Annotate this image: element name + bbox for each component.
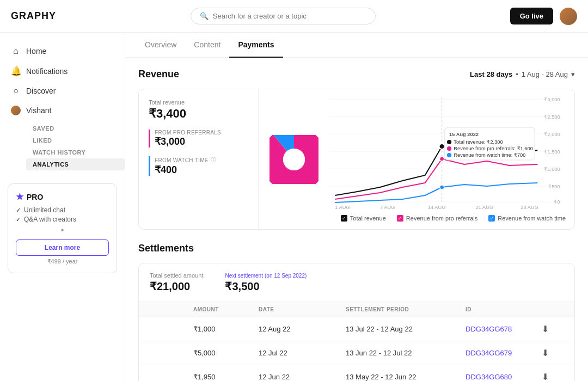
td-date-0: 12 Aug 22 (259, 325, 346, 333)
th-action (542, 306, 564, 312)
home-icon: ⌂ (11, 46, 21, 56)
svg-text:7 AUG: 7 AUG (380, 205, 395, 209)
user-icon (11, 106, 21, 115)
sidebar-item-notifications-label: Notifications (26, 67, 68, 76)
td-period-1: 13 Jun 22 - 12 Jul 22 (346, 349, 465, 357)
top-right: Go live (510, 8, 577, 25)
svg-text:₹2,500: ₹2,500 (544, 114, 560, 120)
revenue-title: Revenue (138, 69, 179, 80)
sidebar: ⌂ Home 🔔 Notifications ○ Discover Vishan… (0, 33, 125, 381)
tab-overview[interactable]: Overview (136, 33, 185, 58)
next-settlement-block: Next settlement (on 12 Sep 2022) ₹3,500 (225, 272, 307, 293)
tab-content[interactable]: Content (185, 33, 229, 58)
legend-watchtime[interactable]: ✓ Revenue from watch time (488, 215, 566, 222)
go-live-button[interactable]: Go live (510, 8, 553, 24)
settlements-title: Settlements (138, 243, 575, 254)
revenue-chart: ₹3,000 ₹2,500 ₹2,000 ₹1,500 ₹1,000 ₹500 … (329, 95, 566, 209)
app-logo: GRAPHY (11, 10, 56, 22)
sidebar-item-discover-label: Discover (26, 87, 56, 95)
table-row: ₹1,000 12 Aug 22 13 Jul 22 - 12 Aug 22 D… (139, 317, 574, 341)
td-date-2: 12 Jun 22 (259, 373, 346, 381)
search-bar[interactable]: 🔍 (191, 8, 376, 24)
total-revenue-block: Total revenue ₹3,400 (149, 99, 248, 121)
td-period-2: 13 May 22 - 12 Jun 22 (346, 373, 465, 381)
settlements-top: Total settled amount ₹21,000 Next settle… (139, 263, 574, 302)
table-row: ₹5,000 12 Jul 22 13 Jun 22 - 12 Jul 22 D… (139, 341, 574, 365)
learn-more-button[interactable]: Learn more (16, 239, 109, 256)
td-id-2: DDG34GG680 (465, 373, 542, 381)
th-period: SETTLEMENT PERIOD (346, 306, 465, 312)
total-settled-block: Total settled amount ₹21,000 (150, 272, 203, 293)
legend-checkbox-referrals: ✓ (397, 215, 403, 222)
svg-text:28 AUG: 28 AUG (520, 205, 538, 209)
td-date-1: 12 Jul 22 (259, 349, 346, 357)
sidebar-item-vishant[interactable]: Vishant (0, 101, 125, 120)
tab-payments[interactable]: Payments (229, 33, 283, 58)
check-icon-2: ✓ (16, 216, 21, 223)
th-amount: AMOUNT (193, 306, 259, 312)
sidebar-item-home-label: Home (26, 47, 46, 56)
svg-point-2 (283, 149, 305, 170)
watch-time-label: FROM WATCH TIME ⓘ (155, 156, 248, 164)
search-icon: 🔍 (200, 12, 209, 20)
revenue-section-header: Revenue Last 28 days • 1 Aug - 28 Aug ▾ (138, 69, 575, 80)
sidebar-sub-saved[interactable]: SAVED (26, 122, 125, 134)
svg-text:Revenue from pro referrals: ₹1: Revenue from pro referrals: ₹1,600 (454, 146, 533, 151)
legend-checkbox-watchtime: ✓ (488, 215, 495, 222)
search-input[interactable] (213, 12, 366, 20)
date-range-separator: • (516, 70, 518, 78)
content-inner: Revenue Last 28 days • 1 Aug - 28 Aug ▾ … (125, 58, 588, 381)
th-id: ID (465, 306, 542, 312)
total-revenue-label: Total revenue (149, 99, 248, 106)
chart-wrapper: ₹3,000 ₹2,500 ₹2,000 ₹1,500 ₹1,000 ₹500 … (329, 89, 574, 229)
settlements-table-body: ₹1,000 12 Aug 22 13 Jul 22 - 12 Aug 22 D… (139, 317, 574, 381)
svg-text:₹2,000: ₹2,000 (544, 132, 560, 137)
chart-dot-total (439, 144, 445, 149)
watch-time-block: FROM WATCH TIME ⓘ ₹400 (149, 156, 248, 176)
chart-dot-referrals (440, 157, 444, 161)
svg-text:₹1,500: ₹1,500 (544, 149, 560, 155)
date-range-selector[interactable]: Last 28 days • 1 Aug - 28 Aug ▾ (470, 70, 575, 78)
td-amount-0: ₹1,000 (193, 325, 259, 333)
tabs: Overview Content Payments (125, 33, 588, 58)
pro-feature-chat: ✓ Unlimited chat (16, 206, 109, 214)
pro-dot: • (16, 225, 109, 235)
total-settled-label: Total settled amount (150, 272, 203, 279)
sidebar-item-discover[interactable]: ○ Discover (0, 81, 125, 101)
table-header: AMOUNT DATE SETTLEMENT PERIOD ID (139, 302, 574, 317)
pro-feature-qa: ✓ Q&A with creators (16, 216, 109, 223)
svg-point-25 (447, 140, 451, 144)
check-icon: ✓ (16, 207, 21, 214)
pro-referrals-label: FROM PRO REFERRALS (155, 130, 248, 136)
svg-text:₹500: ₹500 (548, 184, 560, 189)
discover-icon: ○ (11, 86, 21, 96)
chevron-down-icon: ▾ (571, 70, 575, 78)
legend-referrals-label: Revenue from pro referrals (406, 215, 477, 222)
legend-watchtime-label: Revenue from watch time (498, 215, 566, 222)
sidebar-sub-analytics[interactable]: ANALYTICS (26, 158, 125, 170)
content-area: Overview Content Payments Revenue Last 2… (125, 33, 588, 381)
avatar[interactable] (560, 8, 577, 25)
revenue-card: Total revenue ₹3,400 FROM PRO REFERRALS … (138, 89, 575, 230)
pie-chart-wrapper (259, 89, 329, 229)
legend-checkbox-total: ✓ (341, 215, 347, 222)
download-button-0[interactable]: ⬇ (542, 324, 564, 334)
svg-text:₹0: ₹0 (554, 199, 560, 205)
sidebar-sub-watch-history[interactable]: WATCH HISTORY (26, 146, 125, 158)
sidebar-sub-menu: SAVED LIKED WATCH HISTORY ANALYTICS (0, 120, 125, 173)
sidebar-item-notifications[interactable]: 🔔 Notifications (0, 61, 125, 81)
sidebar-sub-liked[interactable]: LIKED (26, 134, 125, 146)
pie-chart (270, 135, 318, 184)
info-icon: ⓘ (211, 156, 216, 164)
pro-title: ★ PRO (16, 192, 109, 202)
chart-dot-watchtime (440, 185, 444, 189)
pro-referrals-amount: ₹3,000 (155, 136, 248, 148)
download-button-1[interactable]: ⬇ (542, 348, 564, 358)
sidebar-item-home[interactable]: ⌂ Home (0, 41, 125, 61)
pro-price: ₹499 / year (16, 258, 109, 265)
next-settlement-date: (on 12 Sep 2022) (265, 273, 307, 279)
legend-total[interactable]: ✓ Total revenue (341, 215, 386, 222)
download-button-2[interactable]: ⬇ (542, 372, 564, 381)
revenue-stats: Total revenue ₹3,400 FROM PRO REFERRALS … (139, 89, 259, 229)
legend-referrals[interactable]: ✓ Revenue from pro referrals (397, 215, 477, 222)
